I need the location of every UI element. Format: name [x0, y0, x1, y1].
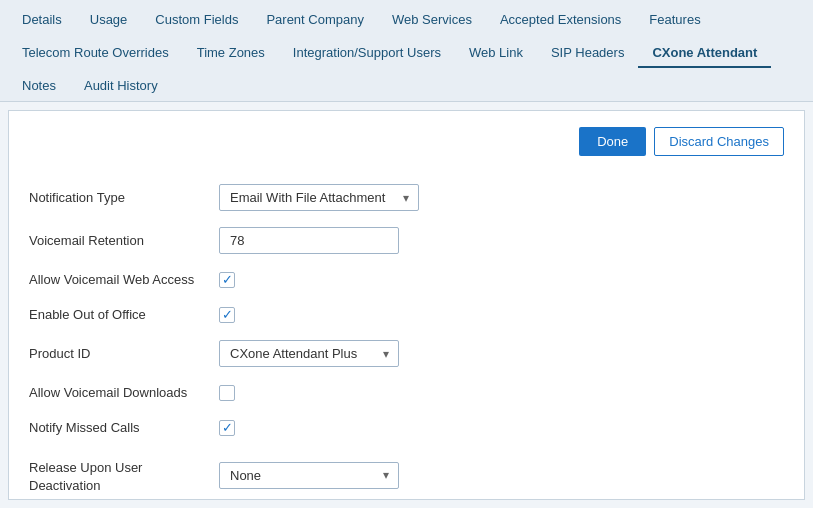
product-id-label: Product ID [29, 332, 219, 375]
tab-notes[interactable]: Notes [8, 72, 70, 101]
notification-type-control: Email With File Attachment Email None [219, 176, 629, 219]
notify-missed-calls-checkbox[interactable] [219, 420, 235, 436]
product-id-select[interactable]: CXone Attendant Plus CXone Attendant Non… [219, 340, 399, 367]
voicemail-downloads-label: Allow Voicemail Downloads [29, 375, 219, 410]
discard-button[interactable]: Discard Changes [654, 127, 784, 156]
tab-usage[interactable]: Usage [76, 6, 142, 35]
tabs-row-1: DetailsUsageCustom FieldsParent CompanyW… [8, 0, 805, 35]
tab-audit-history[interactable]: Audit History [70, 72, 172, 101]
tab-telecom-route-overrides[interactable]: Telecom Route Overrides [8, 39, 183, 68]
product-id-control: CXone Attendant Plus CXone Attendant Non… [219, 332, 629, 375]
tab-accepted-extensions[interactable]: Accepted Extensions [486, 6, 635, 35]
tab-features[interactable]: Features [635, 6, 714, 35]
tabs-row-2: Telecom Route OverridesTime ZonesIntegra… [8, 35, 805, 68]
voicemail-downloads-control [219, 375, 629, 410]
tab-cxone-attendant[interactable]: CXone Attendant [638, 39, 771, 68]
done-button[interactable]: Done [579, 127, 646, 156]
tab-parent-company[interactable]: Parent Company [252, 6, 378, 35]
tab-sip-headers[interactable]: SIP Headers [537, 39, 638, 68]
release-deactivation-label: Release Upon User Deactivation [29, 445, 219, 500]
tab-custom-fields[interactable]: Custom Fields [141, 6, 252, 35]
voicemail-retention-label: Voicemail Retention [29, 219, 219, 262]
release-deactivation-select-wrapper: None Immediate On Renewal [219, 462, 399, 489]
voicemail-retention-input[interactable] [219, 227, 399, 254]
voicemail-web-access-label: Allow Voicemail Web Access [29, 262, 219, 297]
product-id-select-wrapper: CXone Attendant Plus CXone Attendant Non… [219, 340, 399, 367]
notification-type-label: Notification Type [29, 176, 219, 219]
tabs-container: DetailsUsageCustom FieldsParent CompanyW… [0, 0, 813, 102]
tabs-row-3: NotesAudit History [8, 68, 805, 101]
release-deactivation-select[interactable]: None Immediate On Renewal [219, 462, 399, 489]
notification-type-select[interactable]: Email With File Attachment Email None [219, 184, 419, 211]
tab-web-services[interactable]: Web Services [378, 6, 486, 35]
out-of-office-checkbox[interactable] [219, 307, 235, 323]
voicemail-web-access-checkbox[interactable] [219, 272, 235, 288]
tab-web-link[interactable]: Web Link [455, 39, 537, 68]
out-of-office-control [219, 297, 629, 332]
form-grid: Notification Type Email With File Attach… [29, 176, 629, 500]
tab-time-zones[interactable]: Time Zones [183, 39, 279, 68]
voicemail-web-access-control [219, 262, 629, 297]
out-of-office-label: Enable Out of Office [29, 297, 219, 332]
voicemail-downloads-checkbox[interactable] [219, 385, 235, 401]
top-actions: Done Discard Changes [29, 127, 784, 156]
notification-type-select-wrapper: Email With File Attachment Email None [219, 184, 419, 211]
tab-details[interactable]: Details [8, 6, 76, 35]
content-area: Done Discard Changes Notification Type E… [8, 110, 805, 500]
notify-missed-calls-label: Notify Missed Calls [29, 410, 219, 445]
notify-missed-calls-control [219, 410, 629, 445]
tab-integration-support-users[interactable]: Integration/Support Users [279, 39, 455, 68]
main-container: DetailsUsageCustom FieldsParent CompanyW… [0, 0, 813, 508]
release-deactivation-control: None Immediate On Renewal [219, 445, 629, 500]
voicemail-retention-control [219, 219, 629, 262]
